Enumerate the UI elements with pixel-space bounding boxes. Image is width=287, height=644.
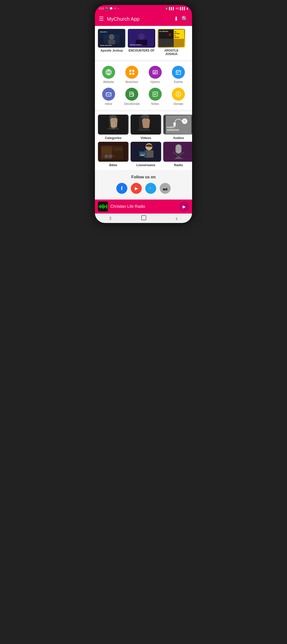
tile-label-categories: Categories [105,136,122,140]
wave-bar-5 [104,205,105,208]
svg-point-63 [183,120,186,122]
tiles-grid: Categories [98,114,189,167]
svg-point-80 [108,154,112,158]
tile-label-audios: Audios [173,136,184,140]
twitter-icon[interactable]: 🐦 [145,183,156,194]
bottom-nav: ⦀ ‹ [95,214,192,223]
card-bg-1: Subscribe to Apostle Joshua Selm... [98,29,125,48]
action-website[interactable]: Website [98,66,119,84]
card-thumb-3: FULL MESSAGE THE MYSTERY OF WAITING Apos… [158,29,185,48]
svg-rect-32 [176,70,180,74]
website-label: Website [103,80,114,84]
tile-label-bible: Bible [109,163,117,167]
svg-text:OF: OF [174,35,176,36]
events-icon-circle [172,66,185,79]
wave-bar-7 [106,204,107,208]
action-notes[interactable]: Notes [144,88,166,106]
notes-icon-circle [149,88,162,101]
tiles-section: Categories [95,112,192,170]
cards-row: Subscribe to Apostle Joshua Selm... Apos… [95,29,192,56]
svg-rect-59 [138,130,150,131]
tile-radio[interactable]: Radio [163,142,192,167]
tile-bg-radio [163,142,192,162]
svg-rect-36 [177,72,178,74]
svg-rect-99 [142,216,146,220]
status-right: 🔇 ▌▌▌ 4G ▌▌▌ ▮ [165,7,188,10]
tile-label-radio: Radio [174,163,183,167]
wave-bar-1 [99,206,100,208]
action-branches[interactable]: Branches [121,66,143,84]
back-button[interactable]: ‹ [171,214,182,223]
wave-bar-2 [100,205,101,208]
signal-icon: ▌▌▌ [169,7,175,10]
tile-bible[interactable]: Bible [98,142,128,167]
battery-icon: ▮ [186,7,188,10]
svg-point-8 [138,34,145,40]
tile-bg-videos [130,114,161,134]
svg-rect-24 [129,70,131,72]
tile-livestreams[interactable]: Livestreams [130,142,161,167]
card-thumb-1: Subscribe to Apostle Joshua Selm... [98,29,125,48]
inbox-icon-circle [102,88,115,101]
tile-bg-livestreams [130,142,161,162]
play-button[interactable]: ▶ [179,202,189,212]
action-events[interactable]: Events [168,66,189,84]
devotionals-label: Devotionals [124,102,140,106]
tile-videos[interactable]: Videos [130,114,161,140]
search-icon[interactable]: 🔍 [181,16,188,22]
svg-point-79 [105,154,108,158]
website-icon-circle [102,66,115,79]
card-encounters[interactable]: APOSTLE JOSHUA S... ENCOUNTERS OF [128,29,155,56]
card-apostle-joshua-3[interactable]: FULL MESSAGE THE MYSTERY OF WAITING Apos… [158,29,185,56]
tile-label-videos: Videos [140,136,151,140]
svg-rect-27 [132,73,134,75]
tile-thumb-bible [98,142,128,162]
card-thumb-2: APOSTLE JOSHUA S... [128,29,155,48]
action-devotionals[interactable]: Devotionals [121,88,143,106]
home-button[interactable] [136,214,152,223]
actions-grid: Website Branches [98,66,189,106]
devotionals-icon-circle [125,88,138,101]
instagram-icon[interactable]: 📷 [160,183,171,194]
card-bg-2: APOSTLE JOSHUA S... [128,29,155,48]
svg-rect-5 [108,40,115,44]
branches-icon-circle [125,66,138,79]
network-label: 4G [176,7,180,10]
card-label-3: APOSTLE JOSHUA [158,49,185,56]
hymns-label: Hymns [150,80,160,84]
download-icon[interactable]: ⬇ [174,16,178,22]
tile-bg-audios: AUDIO SERMONS [163,114,192,134]
time-display: 3:21 [99,7,104,10]
youtube-icon[interactable]: ▶ [131,183,142,194]
events-label: Events [174,80,183,84]
follow-title: Follow us on [98,175,189,179]
svg-rect-42 [132,93,134,96]
action-hymns[interactable]: Hymns [144,66,166,84]
recents-button[interactable]: ⦀ [104,214,117,223]
svg-text:$: $ [178,92,180,96]
card-apostle-joshua-1[interactable]: Subscribe to Apostle Joshua Selm... Apos… [98,29,125,56]
notes-label: Notes [151,102,159,106]
svg-text:Apostle Joshua Selm...: Apostle Joshua Selm... [100,45,113,46]
radio-thumbnail [98,202,108,212]
youtube-label: ▶ [135,186,138,191]
svg-rect-38 [130,92,133,96]
card-bg-3: FULL MESSAGE THE MYSTERY OF WAITING Apos… [158,29,185,48]
status-bar: 3:21 📷 💬 🛒 • 🔇 ▌▌▌ 4G ▌▌▌ ▮ [95,5,192,12]
svg-text:FULL MESSAGE: FULL MESSAGE [159,31,168,32]
facebook-icon[interactable]: f [116,183,127,194]
svg-point-4 [109,34,114,40]
svg-rect-97 [176,157,181,158]
tile-audios[interactable]: AUDIO SERMONS Audios [163,114,192,140]
action-donate[interactable]: $ Donate [168,88,189,106]
tile-categories[interactable]: Categories [98,114,128,140]
card-label-2: ENCOUNTERS OF [128,49,155,52]
svg-point-64 [173,122,176,125]
svg-point-60 [141,114,150,118]
phone-frame: 3:21 📷 💬 🛒 • 🔇 ▌▌▌ 4G ▌▌▌ ▮ ☰ MyChurch A… [95,5,192,223]
action-inbox[interactable]: Inbox [98,88,119,106]
instagram-label: 📷 [163,186,168,191]
hymns-icon-circle [149,66,162,79]
menu-icon[interactable]: ☰ [99,16,104,22]
follow-section: Follow us on f ▶ 🐦 📷 [95,170,192,199]
